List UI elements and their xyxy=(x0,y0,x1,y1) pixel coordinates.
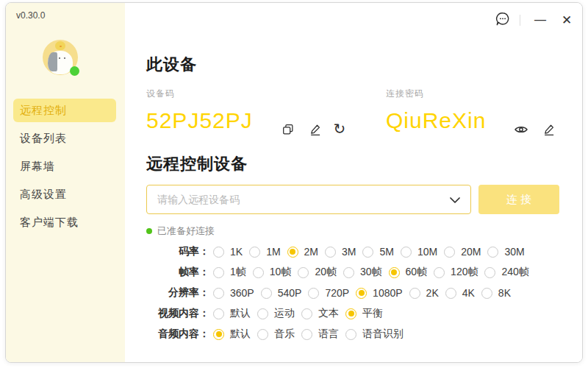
radio-selected-icon xyxy=(213,329,224,340)
radio-option[interactable]: 30帧 xyxy=(343,266,382,279)
radio-icon xyxy=(213,247,224,258)
radio-option[interactable]: 4K xyxy=(445,287,475,299)
radio-icon xyxy=(434,267,445,278)
edit-device-code-button[interactable] xyxy=(307,121,323,138)
radio-option-label: 4K xyxy=(462,287,475,299)
sidebar-item[interactable]: 设备列表 xyxy=(13,127,116,150)
radio-option[interactable]: 音乐 xyxy=(257,328,295,341)
radio-option-label: 2K xyxy=(426,287,439,299)
radio-option[interactable]: 2K xyxy=(409,287,439,299)
radio-icon xyxy=(481,288,492,299)
radio-option[interactable]: 10帧 xyxy=(253,266,292,279)
radio-option-label: 1帧 xyxy=(230,266,246,279)
radio-option[interactable]: 默认 xyxy=(213,328,251,341)
avatar-eye xyxy=(59,57,60,59)
settings-row: 帧率：1帧10帧20帧30帧60帧120帧240帧 xyxy=(146,262,573,283)
radio-option[interactable]: 2M xyxy=(287,246,318,258)
radio-option[interactable]: 120帧 xyxy=(434,266,478,279)
radio-icon xyxy=(444,247,455,258)
radio-selected-icon xyxy=(389,267,400,278)
radio-option-label: 2M xyxy=(304,246,318,258)
radio-icon xyxy=(409,288,420,299)
radio-icon xyxy=(343,267,354,278)
radio-option-label: 运动 xyxy=(274,307,295,320)
settings-row: 视频内容：默认运动文本平衡 xyxy=(146,303,573,324)
radio-option[interactable]: 10M xyxy=(401,246,437,258)
radio-option[interactable]: 语音识别 xyxy=(345,328,404,341)
connect-button[interactable]: 连接 xyxy=(478,185,559,214)
radio-option[interactable]: 默认 xyxy=(213,307,251,320)
radio-option[interactable]: 语言 xyxy=(301,328,339,341)
radio-group: 360P540P720P1080P2K4K8K xyxy=(213,287,517,299)
show-password-button[interactable] xyxy=(513,121,529,138)
radio-icon xyxy=(325,247,336,258)
avatar[interactable] xyxy=(43,40,78,75)
radio-option[interactable]: 1K xyxy=(213,246,243,258)
radio-option[interactable]: 平衡 xyxy=(345,307,383,320)
sidebar-menu: 远程控制设备列表屏幕墙高级设置客户端下载 xyxy=(6,99,125,238)
settings-rows: 码率：1K1M2M3M5M10M20M30M帧率：1帧10帧20帧30帧60帧1… xyxy=(146,241,573,344)
sidebar-item[interactable]: 客户端下载 xyxy=(13,210,116,234)
avatar-eye xyxy=(64,57,65,59)
radio-option[interactable]: 运动 xyxy=(257,307,295,320)
radio-selected-icon xyxy=(287,247,298,258)
radio-option-label: 1M xyxy=(266,246,280,258)
edit-password-button[interactable] xyxy=(541,121,557,138)
radio-option[interactable]: 360P xyxy=(213,287,254,299)
feedback-button[interactable] xyxy=(493,10,512,29)
radio-option[interactable]: 30M xyxy=(487,246,524,258)
settings-row: 音频内容：默认音乐语言语音识别 xyxy=(146,324,573,344)
radio-option[interactable]: 8K xyxy=(481,287,511,299)
radio-group: 默认运动文本平衡 xyxy=(213,307,390,320)
radio-option[interactable]: 文本 xyxy=(301,307,339,320)
radio-icon xyxy=(213,267,224,278)
radio-icon xyxy=(345,329,356,340)
settings-row: 码率：1K1M2M3M5M10M20M30M xyxy=(146,241,573,262)
settings-row-label: 视频内容： xyxy=(146,307,209,320)
sidebar-item[interactable]: 屏幕墙 xyxy=(13,155,116,178)
radio-option[interactable]: 20M xyxy=(444,246,481,258)
radio-group: 默认音乐语言语音识别 xyxy=(213,328,410,341)
radio-option-label: 30帧 xyxy=(360,266,382,279)
radio-option[interactable]: 1帧 xyxy=(213,266,246,279)
radio-icon xyxy=(257,329,268,340)
radio-option-label: 1080P xyxy=(373,287,402,299)
radio-option-label: 240帧 xyxy=(501,266,528,279)
radio-group: 1帧10帧20帧30帧60帧120帧240帧 xyxy=(213,266,536,279)
close-button[interactable]: ✕ xyxy=(557,10,576,29)
main-panel: — ✕ 此设备 设备码 52PJ52PJ ↻ 连接密码 QiuReXi xyxy=(125,3,582,362)
refresh-device-code-button[interactable]: ↻ xyxy=(331,120,348,138)
copy-device-code-button[interactable] xyxy=(280,121,296,138)
radio-option[interactable]: 1M xyxy=(249,246,280,258)
page-title: 此设备 xyxy=(146,54,197,76)
settings-row-label: 分辨率： xyxy=(146,286,209,300)
online-status-dot xyxy=(70,66,79,76)
radio-icon xyxy=(253,267,264,278)
radio-option[interactable]: 240帧 xyxy=(484,266,528,279)
sidebar-item[interactable]: 远程控制 xyxy=(13,99,116,122)
radio-option-label: 60帧 xyxy=(406,266,428,279)
input-dropdown-button[interactable] xyxy=(445,191,465,208)
radio-option[interactable]: 540P xyxy=(261,287,302,299)
radio-option[interactable]: 5M xyxy=(362,246,393,258)
radio-option[interactable]: 20帧 xyxy=(298,266,337,279)
radio-option[interactable]: 3M xyxy=(325,246,356,258)
sidebar-item[interactable]: 高级设置 xyxy=(13,183,116,206)
device-code-value: 52PJ52PJ xyxy=(146,108,253,133)
section-title: 远程控制设备 xyxy=(146,153,248,175)
radio-option[interactable]: 720P xyxy=(308,287,349,299)
radio-option-label: 3M xyxy=(342,246,356,258)
status-dot xyxy=(146,228,152,234)
radio-option-label: 5M xyxy=(379,246,393,258)
radio-icon xyxy=(261,288,272,299)
radio-selected-icon xyxy=(345,308,356,319)
radio-option-label: 540P xyxy=(278,287,302,299)
status-text: 已准备好连接 xyxy=(157,224,215,238)
radio-option[interactable]: 60帧 xyxy=(389,266,428,279)
radio-option-label: 20帧 xyxy=(315,266,337,279)
radio-option[interactable]: 1080P xyxy=(356,287,402,299)
radio-icon xyxy=(257,308,268,319)
remote-device-input[interactable] xyxy=(147,185,441,213)
radio-option-label: 1K xyxy=(230,246,243,258)
minimize-button[interactable]: — xyxy=(531,10,550,29)
